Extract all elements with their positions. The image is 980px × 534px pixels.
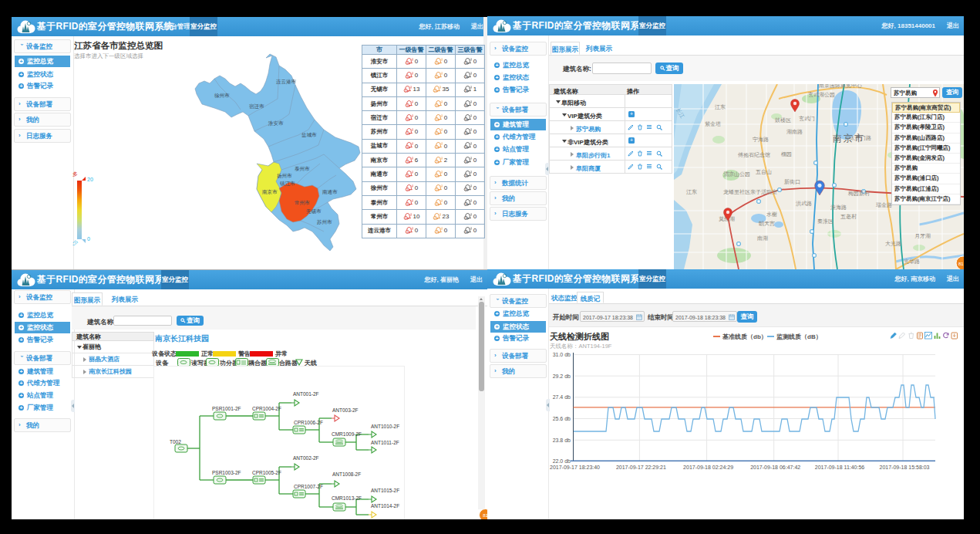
svg-text:ANT003-2F: ANT003-2F	[332, 407, 359, 413]
svg-text:扬州市: 扬州市	[277, 173, 292, 179]
svg-text:31.0 db: 31.0 db	[553, 352, 571, 357]
svg-text:湖南路: 湖南路	[786, 129, 803, 135]
svg-text:月牙湖: 月牙湖	[914, 233, 931, 239]
svg-text:CMR1013-2F: CMR1013-2F	[332, 495, 362, 501]
svg-text:23.8 db: 23.8 db	[553, 438, 571, 443]
svg-text:PSR1001-2F: PSR1001-2F	[212, 406, 241, 411]
svg-text:ANT1008-2F: ANT1008-2F	[332, 471, 361, 477]
svg-text:CMR1009-2F: CMR1009-2F	[332, 431, 362, 437]
svg-text:玄武湖公园: 玄武湖公园	[808, 92, 835, 98]
svg-text:CPR1005-2F: CPR1005-2F	[252, 470, 281, 475]
svg-text:清凉山公园: 清凉山公园	[723, 171, 750, 177]
svg-text:常州市: 常州市	[295, 200, 310, 205]
svg-text:南京国际展览中心: 南京国际展览中心	[819, 83, 862, 89]
svg-text:镇江市: 镇江市	[279, 181, 295, 187]
svg-text:ANT1014-2F: ANT1014-2F	[371, 503, 399, 509]
svg-text:南京市: 南京市	[262, 189, 278, 194]
svg-text:CPR1006-2F: CPR1006-2F	[294, 420, 323, 425]
svg-text:25.6 db: 25.6 db	[553, 416, 571, 421]
svg-text:2017-09-18 15:58:03: 2017-09-18 15:58:03	[880, 465, 930, 470]
svg-text:苏州市: 苏州市	[316, 219, 332, 225]
svg-text:江东: 江东	[715, 104, 726, 110]
svg-text:T002: T002	[170, 439, 181, 444]
svg-text:ANT1015-2F: ANT1015-2F	[371, 488, 399, 493]
svg-text:大光路: 大光路	[885, 241, 901, 247]
svg-text:光华路: 光华路	[904, 259, 920, 265]
svg-text:朝天宫: 朝天宫	[758, 221, 775, 226]
svg-text:泰州市: 泰州市	[295, 166, 310, 172]
svg-text:淮海路: 淮海路	[830, 204, 847, 211]
svg-text:秦淮区: 秦淮区	[817, 218, 834, 225]
svg-text:南湖: 南湖	[757, 235, 768, 241]
svg-text:ANT002-2F: ANT002-2F	[293, 455, 319, 461]
svg-text:2017-09-18 02:24:29: 2017-09-18 02:24:29	[683, 465, 733, 470]
svg-text:瑞金路: 瑞金路	[876, 202, 892, 208]
svg-text:29.2 db: 29.2 db	[553, 373, 571, 379]
svg-text:ANT001-2F: ANT001-2F	[293, 391, 319, 397]
svg-text:27.4 db: 27.4 db	[553, 394, 571, 400]
svg-text:PSR1003-2F: PSR1003-2F	[212, 470, 241, 475]
svg-text:梅园新村: 梅园新村	[847, 190, 870, 197]
svg-text:CPR1007-2F: CPR1007-2F	[294, 484, 323, 489]
svg-text:宁海路: 宁海路	[753, 137, 769, 143]
svg-text:水榭: 水榭	[766, 211, 777, 217]
svg-text:玄武门: 玄武门	[799, 116, 815, 121]
svg-text:南通市: 南通市	[322, 189, 338, 194]
svg-text:紫金塔: 紫金塔	[705, 121, 721, 127]
svg-text:五台山: 五台山	[756, 169, 772, 175]
svg-text:CPR1004-2F: CPR1004-2F	[252, 406, 281, 411]
svg-text:连云港市: 连云港市	[276, 79, 297, 85]
svg-text:徐州市: 徐州市	[214, 93, 230, 99]
svg-text:龙蟠里社区亲子活动室: 龙蟠里社区亲子活动室	[723, 189, 777, 195]
svg-text:盐城市: 盐城市	[301, 132, 317, 137]
svg-text:2017-09-18 11:40:56: 2017-09-18 11:40:56	[815, 465, 865, 470]
svg-text:2017-09-17 22:29:21: 2017-09-17 22:29:21	[616, 465, 666, 470]
svg-text:ANT1010-2F: ANT1010-2F	[371, 424, 399, 429]
svg-text:淮安市: 淮安市	[268, 120, 284, 127]
svg-text:宿迁市: 宿迁市	[249, 103, 264, 110]
svg-text:2017-09-17 18:23:40: 2017-09-17 18:23:40	[550, 465, 600, 470]
svg-text:洪武路: 洪武路	[796, 201, 812, 207]
svg-text:江东: 江东	[686, 189, 697, 195]
svg-text:2017-09-18 06:47:42: 2017-09-18 06:47:42	[750, 465, 800, 470]
svg-text:22.0 db: 22.0 db	[553, 458, 571, 464]
svg-text:南京市: 南京市	[833, 133, 865, 144]
svg-text:鼓楼区: 鼓楼区	[775, 117, 791, 123]
svg-text:ANT1011-2F: ANT1011-2F	[371, 440, 399, 445]
svg-text:榴园: 榴园	[781, 151, 792, 157]
svg-text:傅抱石纪念馆: 傅抱石纪念馆	[738, 152, 770, 158]
svg-text:新街口: 新街口	[784, 178, 800, 185]
svg-text:无锡市: 无锡市	[306, 208, 322, 215]
svg-text:五老村: 五老村	[840, 214, 857, 220]
svg-text:81: 81	[958, 262, 964, 266]
